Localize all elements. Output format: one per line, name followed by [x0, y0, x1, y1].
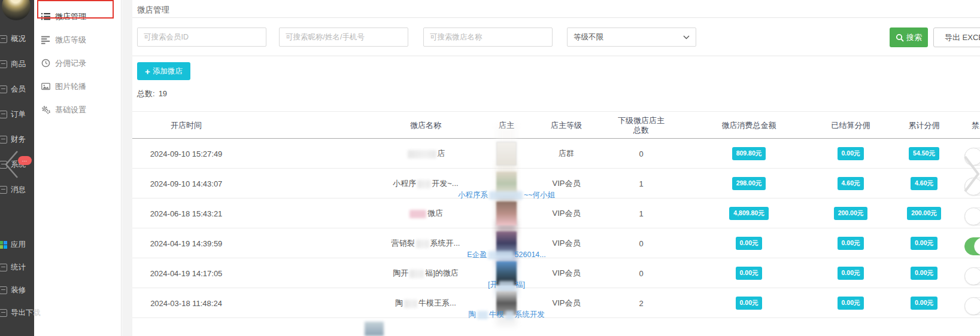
consume-total-cell: 0.00元: [680, 288, 818, 318]
secondary-sidebar: 微店管理微店等级分佣记录图片轮播基础设置: [34, 0, 122, 336]
amount-badge: 0.00元: [838, 267, 864, 280]
column-header: 微店名称: [369, 112, 483, 139]
blurred-segment: [499, 281, 514, 289]
owner-link[interactable]: [开福]: [488, 280, 525, 290]
disable-toggle[interactable]: [964, 237, 980, 255]
amount-badge: 0.00元: [838, 297, 864, 310]
nickname-search-input[interactable]: [279, 28, 408, 47]
app-root: 概况商品会员订单财务系统消息应用统计装修导出下载 … 微店管理微店等级分佣记录图…: [0, 0, 980, 336]
table-row: 2024-09-10 14:43:07小程序开发~...小程序系~~何小姐VIP…: [132, 169, 980, 198]
sidebar-item-label: 统计: [11, 262, 26, 273]
sub-store-count-cell: 0: [602, 228, 680, 258]
owner-link[interactable]: E企盈526014...: [467, 250, 545, 260]
add-store-button[interactable]: + 添加微店: [137, 62, 190, 80]
submenu-item-1[interactable]: 微店管理: [34, 5, 121, 28]
levels-icon: [41, 35, 50, 44]
sidebar-item-5[interactable]: 财务: [0, 127, 34, 152]
text-segment: 陶开: [393, 268, 408, 277]
submenu-item-label: 分佣记录: [55, 58, 86, 69]
sub-store-count-cell: 1: [602, 169, 680, 198]
sidebar-item-4[interactable]: 订单: [0, 102, 34, 127]
search-button-label: 搜索: [906, 32, 922, 43]
partial-next-row-avatar: [365, 322, 384, 336]
blurred-segment: [489, 191, 523, 200]
blurred-segment: [477, 311, 488, 319]
disable-cell: [964, 228, 980, 258]
toggle-knob: [964, 267, 980, 285]
sidebar-item-3[interactable]: 会员: [0, 77, 34, 102]
sub-store-count-cell: 0: [602, 258, 680, 288]
amount-badge: 0.00元: [911, 237, 937, 250]
text-segment: E企盈: [467, 251, 487, 259]
submenu-item-3[interactable]: 分佣记录: [34, 51, 121, 75]
sub-menu: 微店管理微店等级分佣记录图片轮播基础设置: [34, 0, 121, 121]
search-button[interactable]: 搜索: [890, 28, 928, 47]
sidebar-item-9[interactable]: 统计: [0, 256, 34, 279]
total-commission-cell: 4.60元: [884, 169, 964, 198]
amount-badge: 4.60元: [838, 177, 864, 190]
collapse-chevron-icon[interactable]: [1, 149, 20, 179]
blurred-segment: [404, 300, 417, 308]
avatar[interactable]: [2, 0, 31, 20]
column-header: 下级微店店主总数: [602, 112, 680, 139]
messages-icon: [0, 186, 7, 194]
disable-cell: [964, 288, 980, 318]
settled-commission-cell: 0.00元: [818, 258, 884, 288]
text-segment: 微店: [427, 209, 443, 218]
sidebar-item-label: 导出下载: [11, 308, 41, 318]
total-commission-cell: 54.50元: [884, 139, 964, 169]
list-icon: [41, 12, 50, 21]
store-name-cell: 店: [369, 139, 483, 169]
table-header: 开店时间微店名称店主店主等级下级微店店主总数微店消费总金额已结算分佣累计分佣禁用…: [132, 111, 980, 139]
text-segment: [开: [488, 280, 497, 289]
disable-toggle[interactable]: [964, 297, 980, 315]
amount-badge: 54.50元: [909, 147, 939, 160]
level-select[interactable]: 等级不限: [567, 28, 696, 47]
gears-icon: [41, 105, 50, 114]
sidebar-item-11[interactable]: 导出下载: [0, 301, 34, 324]
sidebar-item-7[interactable]: 消息: [0, 177, 34, 202]
column-header-label: 微店消费总金额: [722, 121, 776, 130]
disable-toggle[interactable]: [964, 267, 980, 285]
export-excel-button[interactable]: 导出 EXCEL: [933, 28, 980, 47]
sidebar-item-10[interactable]: 装修: [0, 279, 34, 301]
text-segment: 小程序: [393, 179, 416, 188]
column-header-label: 店主等级: [551, 121, 582, 130]
disable-toggle[interactable]: [964, 207, 980, 225]
owner-link[interactable]: 小程序系~~何小姐: [458, 190, 555, 200]
settled-commission-cell: 4.60元: [818, 169, 884, 198]
chevron-right-icon: [963, 154, 980, 194]
main-content: 微店管理 等级不限 搜索 导出 EXCEL + 添加微店 总数:19: [132, 0, 980, 336]
main-sidebar: 概况商品会员订单财务系统消息应用统计装修导出下载 …: [0, 0, 34, 336]
total-commission-cell: 0.00元: [884, 288, 964, 318]
store-name-search-input[interactable]: [423, 28, 553, 47]
submenu-item-label: 微店管理: [55, 11, 86, 22]
sidebar-item-label: 订单: [11, 109, 26, 120]
amount-badge: 0.00元: [838, 147, 864, 160]
member-id-search-input[interactable]: [137, 28, 266, 47]
store-name-cell: 营销裂系统开...: [369, 228, 483, 258]
sidebar-item-2[interactable]: 商品: [0, 51, 34, 77]
table-row: 2024-04-19 14:17:05陶开福]的微店[开福]VIP会员00.00…: [132, 258, 980, 288]
open-time-cell: 2024-09-10 14:43:07: [135, 169, 237, 198]
sidebar-item-1[interactable]: 概况: [0, 26, 34, 51]
table-row: 2024-09-10 15:27:49店店群0809.80元0.00元54.50…: [132, 139, 980, 169]
store-name: 营销裂系统开...: [392, 238, 460, 249]
submenu-item-5[interactable]: 基础设置: [34, 98, 121, 121]
overview-icon: [0, 35, 7, 43]
store-name: 微店: [408, 208, 443, 219]
settled-commission-cell: 200.00元: [818, 198, 884, 228]
sub-store-count-cell: 1: [602, 198, 680, 228]
owner-link[interactable]: 陶牛模系统开发: [468, 310, 545, 320]
apps-icon: [0, 241, 7, 249]
submenu-item-2[interactable]: 微店等级: [34, 28, 121, 51]
sidebar-item-8[interactable]: 应用: [0, 233, 34, 256]
toggle-knob: [974, 237, 980, 255]
total-count: 总数:19: [137, 88, 167, 99]
column-header: 已结算分佣: [818, 112, 884, 139]
sub-store-count-cell: 0: [602, 139, 680, 169]
store-owner-cell: 小程序系~~何小姐: [483, 169, 530, 198]
stores-table: 开店时间微店名称店主店主等级下级微店店主总数微店消费总金额已结算分佣累计分佣禁用…: [132, 111, 980, 318]
amount-badge: 200.00元: [834, 207, 868, 220]
submenu-item-4[interactable]: 图片轮播: [34, 75, 121, 98]
